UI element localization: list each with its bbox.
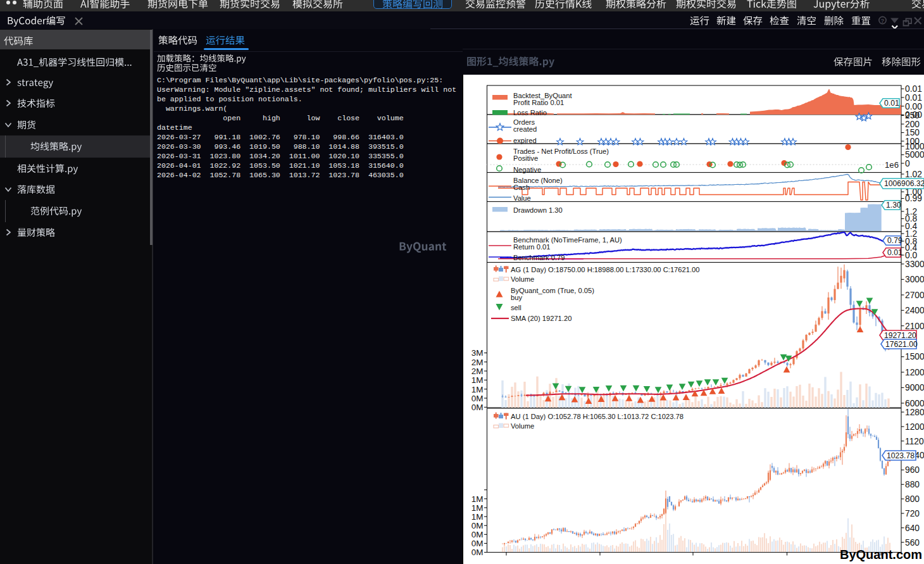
svg-text:Value: Value	[513, 194, 531, 202]
svg-text:Drawdown 1.30: Drawdown 1.30	[513, 206, 563, 214]
svg-text:6000: 6000	[905, 399, 924, 408]
svg-text:AU (1 Day) O:1052.78 H:1065.30: AU (1 Day) O:1052.78 H:1065.30 L:1013.72…	[511, 413, 684, 420]
svg-text:0: 0	[905, 159, 910, 168]
svg-text:SMA (20) 19271.20: SMA (20) 19271.20	[511, 315, 571, 322]
svg-text:0M: 0M	[471, 539, 484, 548]
svg-text:1M: 1M	[471, 512, 484, 522]
svg-text:3M: 3M	[471, 348, 484, 358]
svg-text:0M: 0M	[471, 403, 484, 412]
svg-text:expired: expired	[513, 137, 537, 144]
svg-text:0.01: 0.01	[887, 248, 902, 257]
svg-text:1M: 1M	[471, 494, 484, 504]
svg-text:0M: 0M	[471, 521, 484, 530]
svg-text:960: 960	[905, 465, 920, 475]
svg-text:9000: 9000	[905, 383, 924, 392]
svg-text:0M: 0M	[471, 530, 484, 539]
svg-text:buy: buy	[511, 294, 522, 301]
svg-text:24000: 24000	[905, 306, 924, 315]
svg-text:Cash: Cash	[513, 184, 530, 191]
svg-text:1280: 1280	[905, 408, 924, 417]
svg-text:560: 560	[905, 538, 920, 548]
svg-text:1.02: 1.02	[905, 170, 922, 179]
svg-text:Negative: Negative	[513, 166, 541, 173]
svg-text:Profit Ratio 0.01: Profit Ratio 0.01	[513, 99, 564, 106]
svg-text:15000: 15000	[905, 352, 924, 361]
svg-text:ByQuant_com (True, 0.05): ByQuant_com (True, 0.05)	[511, 287, 594, 294]
svg-text:21000: 21000	[905, 322, 924, 331]
svg-text:?: ?	[881, 17, 885, 24]
svg-text:1.30: 1.30	[886, 201, 901, 210]
svg-text:33000: 33000	[905, 260, 924, 269]
svg-text:Loss Ratio: Loss Ratio	[513, 109, 547, 116]
svg-text:17621.00: 17621.00	[885, 340, 918, 349]
svg-text:2M: 2M	[471, 358, 484, 367]
svg-text:19271.20: 19271.20	[884, 331, 916, 340]
svg-text:AG (1 Day) O:18750.00 H:18988.: AG (1 Day) O:18750.00 H:18988.00 L:17330…	[511, 266, 700, 273]
svg-text:0M: 0M	[471, 548, 484, 557]
svg-text:2M: 2M	[471, 367, 484, 376]
svg-text:Benchmark 0.79: Benchmark 0.79	[513, 254, 565, 261]
svg-text:Return 0.01: Return 0.01	[513, 243, 550, 251]
svg-text:0.99: 0.99	[905, 194, 922, 203]
svg-text:1M: 1M	[471, 503, 484, 513]
svg-text:1M: 1M	[471, 375, 484, 385]
svg-text:27000: 27000	[905, 291, 924, 300]
svg-text:720: 720	[905, 509, 920, 518]
svg-text:1M: 1M	[471, 385, 484, 394]
svg-text:ByQuant.com: ByQuant.com	[840, 548, 922, 561]
svg-text:1200: 1200	[905, 422, 924, 432]
svg-text:0.01: 0.01	[884, 99, 899, 108]
svg-text:0.0: 0.0	[905, 251, 918, 260]
svg-text:0.79: 0.79	[887, 236, 902, 245]
svg-text:880: 880	[905, 480, 920, 489]
svg-text:12000: 12000	[905, 368, 924, 377]
svg-text:created: created	[513, 125, 537, 133]
svg-text:Volume: Volume	[511, 422, 534, 430]
svg-text:Volume: Volume	[511, 275, 534, 283]
svg-text:30000: 30000	[905, 275, 924, 284]
svg-text:Positive: Positive	[513, 154, 538, 162]
svg-text:800: 800	[905, 494, 920, 504]
svg-text:0M: 0M	[471, 394, 484, 403]
svg-text:1120: 1120	[905, 437, 924, 446]
svg-text:sell: sell	[511, 304, 521, 311]
svg-text:1e6: 1e6	[885, 160, 899, 170]
svg-text:640: 640	[905, 523, 920, 533]
svg-text:1023.78: 1023.78	[887, 451, 915, 460]
svg-text:1006906.32: 1006906.32	[884, 179, 924, 188]
